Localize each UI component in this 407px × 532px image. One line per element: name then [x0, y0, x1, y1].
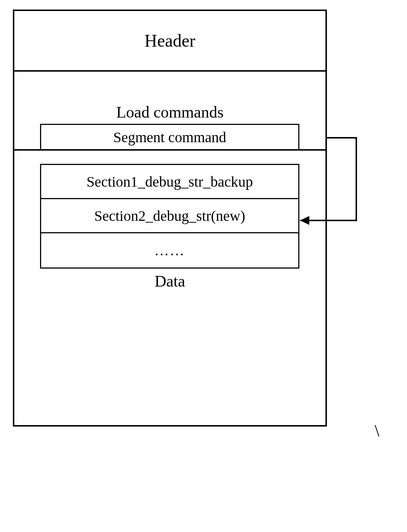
section3-label: …… — [154, 242, 185, 259]
section2-label: Section2_debug_str(new) — [94, 207, 245, 224]
header-label: Header — [144, 30, 195, 51]
segment-command-box: Segment command — [40, 124, 299, 151]
segment-command-label: Segment command — [113, 129, 226, 146]
header-section: Header — [14, 11, 325, 72]
file-structure-container: Header Load commands Segment command Sec… — [13, 10, 327, 427]
load-commands-section: Load commands Segment command — [14, 72, 325, 151]
stray-backslash: \ — [375, 421, 379, 441]
section1-label: Section1_debug_str_backup — [86, 173, 253, 190]
sections-group: Section1_debug_str_backup Section2_debug… — [40, 164, 299, 269]
section3-row: …… — [41, 233, 298, 267]
section1-row: Section1_debug_str_backup — [41, 165, 298, 199]
load-commands-label: Load commands — [14, 103, 325, 122]
data-label: Data — [14, 272, 325, 291]
section2-row: Section2_debug_str(new) — [41, 199, 298, 233]
